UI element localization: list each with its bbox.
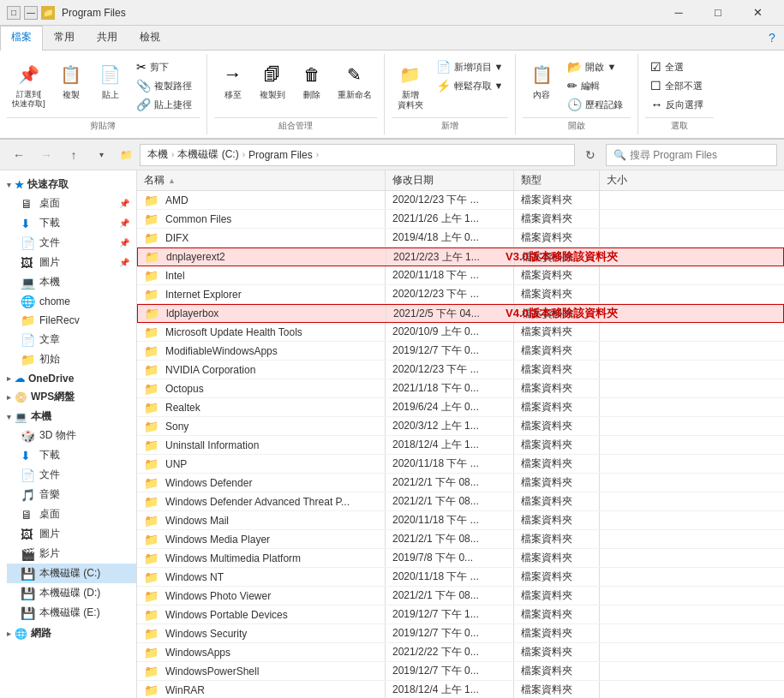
breadcrumb-sep-2: › <box>242 150 245 159</box>
select-all-button[interactable]: ☑ 全選 <box>645 57 714 76</box>
file-row[interactable]: 📁 WinRAR 2018/12/4 上午 1... 檔案資料夾 <box>137 681 784 698</box>
col-header-name[interactable]: 名稱 ▲ <box>137 170 386 190</box>
sidebar-group-wps[interactable]: ▸ 📀 WPS網盤 <box>0 386 136 406</box>
pin-quick-access-button[interactable]: 📌 訂選到[快速存取] <box>7 57 51 112</box>
recent-locations-button[interactable]: ▾ <box>89 143 113 167</box>
sidebar-item-pictures-quick[interactable]: 🖼 圖片 📌 <box>7 253 136 272</box>
sidebar-item-desktop-quick[interactable]: 🖥 桌面 📌 <box>7 194 136 213</box>
delete-button[interactable]: 🗑 刪除 <box>293 57 331 104</box>
forward-button[interactable]: → <box>34 143 58 167</box>
breadcrumb-drive[interactable]: 本機磁碟 (C:) <box>177 147 238 162</box>
sidebar-item-music[interactable]: 🎵 音樂 <box>7 485 136 504</box>
file-date-text: 2019/12/7 下午 1... <box>392 607 479 622</box>
edit-button[interactable]: ✏ 編輯 <box>562 76 631 95</box>
sidebar-item-documents-pc[interactable]: 📄 文件 <box>7 465 136 485</box>
file-row[interactable]: 📁 Windows Portable Devices 2019/12/7 下午 … <box>137 606 784 624</box>
folder-icon: 📁 <box>144 382 159 396</box>
sidebar-item-drive-e[interactable]: 💾 本機磁碟 (E:) <box>7 603 136 623</box>
file-row[interactable]: 📁 Microsoft Update Health Tools 2020/10/… <box>137 323 784 342</box>
sidebar-item-drive-c[interactable]: 💾 本機磁碟 (C:) <box>7 564 136 583</box>
sidebar-item-drive-d[interactable]: 💾 本機磁碟 (D:) <box>7 583 136 603</box>
tab-home[interactable]: 常用 <box>43 26 86 51</box>
sidebar-item-downloads-quick[interactable]: ⬇ 下載 📌 <box>7 213 136 233</box>
file-row[interactable]: 📁 Windows Photo Viewer 2021/2/1 下午 08...… <box>137 587 784 606</box>
file-row[interactable]: 📁 WindowsApps 2021/2/22 下午 0... 檔案資料夾 <box>137 643 784 662</box>
file-row[interactable]: 📁 Uninstall Information 2018/12/4 上午 1..… <box>137 436 784 455</box>
sidebar-item-3d[interactable]: 🎲 3D 物件 <box>7 426 136 445</box>
close-button[interactable]: ✕ <box>738 0 777 26</box>
sidebar-item-filerecv[interactable]: 📁 FileRecv <box>7 311 136 330</box>
tab-view[interactable]: 檢視 <box>129 26 171 51</box>
cut-button[interactable]: ✂ 剪下 <box>131 57 200 76</box>
file-row[interactable]: 📁 NVIDIA Corporation 2020/12/23 下午 ... 檔… <box>137 361 784 379</box>
sidebar-item-article[interactable]: 📄 文章 <box>7 330 136 349</box>
sidebar-group-quick-access[interactable]: ▾ ★ 快速存取 <box>0 174 136 194</box>
file-row[interactable]: 📁 Realtek 2019/6/24 上午 0... 檔案資料夾 <box>137 398 784 417</box>
file-row[interactable]: 📁 ModifiableWindowsApps 2019/12/7 下午 0..… <box>137 342 784 361</box>
invert-select-button[interactable]: ↔ 反向選擇 <box>645 95 714 114</box>
search-input[interactable] <box>630 149 769 161</box>
file-row[interactable]: 📁 dnplayerext2 2021/2/23 上午 1... 檔案資料夾 <box>137 248 784 266</box>
sidebar-item-desktop-pc[interactable]: 🖥 桌面 <box>7 504 136 524</box>
maximize-button[interactable]: □ <box>698 0 738 26</box>
sidebar-group-onedrive[interactable]: ▸ ☁ OneDrive <box>0 369 136 386</box>
file-row[interactable]: 📁 Windows Media Player 2021/2/1 下午 08...… <box>137 530 784 549</box>
file-row[interactable]: 📁 WindowsPowerShell 2019/12/7 下午 0... 檔案… <box>137 662 784 681</box>
refresh-button[interactable]: ↻ <box>578 143 602 167</box>
file-row[interactable]: 📁 Windows NT 2020/11/18 下午 ... 檔案資料夾 <box>137 568 784 587</box>
file-row[interactable]: 📁 ldplayerbox 2021/2/5 下午 04... 檔案資料夾 <box>137 304 784 323</box>
sidebar-group-thispc[interactable]: ▾ 💻 本機 <box>0 406 136 426</box>
deselect-all-button[interactable]: ☐ 全部不選 <box>645 76 714 95</box>
rename-button[interactable]: ✎ 重新命名 <box>332 57 377 104</box>
help-button[interactable]: ? <box>760 26 784 50</box>
file-name-text: Internet Explorer <box>165 289 242 301</box>
file-row[interactable]: 📁 Sony 2020/3/12 上午 1... 檔案資料夾 <box>137 417 784 436</box>
history-button[interactable]: 🕒 歷程記錄 <box>562 95 631 114</box>
tab-file[interactable]: 檔案 <box>0 26 43 51</box>
file-date-cell: 2020/11/18 下午 ... <box>386 568 514 586</box>
sidebar-item-pc-quick[interactable]: 💻 本機 <box>7 272 136 292</box>
col-header-date[interactable]: 修改日期 <box>386 170 514 190</box>
sidebar-item-documents-quick[interactable]: 📄 文件 📌 <box>7 233 136 253</box>
tab-share[interactable]: 共用 <box>86 26 129 51</box>
copy-path-button[interactable]: 📎 複製路徑 <box>131 76 200 95</box>
col-name-label: 名稱 <box>144 173 165 188</box>
open-button[interactable]: 📂 開啟 ▼ <box>562 57 631 76</box>
copy-to-button[interactable]: 🗐 複製到 <box>254 57 291 104</box>
col-header-type[interactable]: 類型 <box>514 170 600 190</box>
sidebar-item-downloads-pc[interactable]: ⬇ 下載 <box>7 445 136 465</box>
new-folder-button[interactable]: 📁 新增資料夾 <box>392 57 429 114</box>
file-row[interactable]: 📁 AMD 2020/12/23 下午 ... 檔案資料夾 <box>137 191 784 210</box>
new-item-button[interactable]: 📄 新增項目 ▼ <box>431 57 509 76</box>
file-row[interactable]: 📁 DIFX 2019/4/18 上午 0... 檔案資料夾 <box>137 229 784 248</box>
copy-button[interactable]: 📋 複製 <box>52 57 90 104</box>
easy-access-button[interactable]: ⚡ 輕鬆存取 ▼ <box>431 76 509 95</box>
sidebar-item-initial[interactable]: 📁 初始 <box>7 349 136 369</box>
minimize-button[interactable]: ─ <box>659 0 698 26</box>
paste-shortcut-button[interactable]: 🔗 貼上捷徑 <box>131 95 200 114</box>
file-row[interactable]: 📁 Intel 2020/11/18 下午 ... 檔案資料夾 <box>137 266 784 285</box>
up-button[interactable]: ↑ <box>62 143 86 167</box>
move-to-button[interactable]: → 移至 <box>214 57 252 104</box>
file-row[interactable]: 📁 Octopus 2021/1/18 下午 0... 檔案資料夾 <box>137 379 784 398</box>
sidebar-item-videos[interactable]: 🎬 影片 <box>7 544 136 564</box>
file-row[interactable]: 📁 UNP 2020/11/18 下午 ... 檔案資料夾 <box>137 455 784 474</box>
drive-d-label: 本機磁碟 (D:) <box>39 586 100 600</box>
file-row[interactable]: 📁 Common Files 2021/1/26 上午 1... 檔案資料夾 <box>137 210 784 229</box>
file-row[interactable]: 📁 Windows Defender 2021/2/1 下午 08... 檔案資… <box>137 474 784 492</box>
file-row[interactable]: 📁 Windows Mail 2020/11/18 下午 ... 檔案資料夾 <box>137 511 784 530</box>
col-header-size[interactable]: 大小 <box>600 170 668 190</box>
breadcrumb-local[interactable]: 本機 <box>147 147 168 162</box>
breadcrumb-folder[interactable]: Program Files <box>248 149 313 161</box>
file-row[interactable]: 📁 Windows Security 2019/12/7 下午 0... 檔案資… <box>137 624 784 643</box>
file-row[interactable]: 📁 Windows Multimedia Platform 2019/7/8 下… <box>137 549 784 568</box>
sidebar-item-chome[interactable]: 🌐 chome <box>7 292 136 311</box>
sidebar-group-network[interactable]: ▸ 🌐 網路 <box>0 623 136 642</box>
file-row[interactable]: 📁 Windows Defender Advanced Threat P... … <box>137 492 784 511</box>
back-button[interactable]: ← <box>7 143 31 167</box>
sidebar-item-pictures-pc[interactable]: 🖼 圖片 <box>7 524 136 544</box>
breadcrumb[interactable]: 本機 › 本機磁碟 (C:) › Program Files › <box>140 144 575 166</box>
properties-button[interactable]: 📋 內容 <box>523 57 560 104</box>
file-row[interactable]: 📁 Internet Explorer 2020/12/23 下午 ... 檔案… <box>137 285 784 304</box>
paste-button[interactable]: 📄 貼上 <box>92 57 129 104</box>
